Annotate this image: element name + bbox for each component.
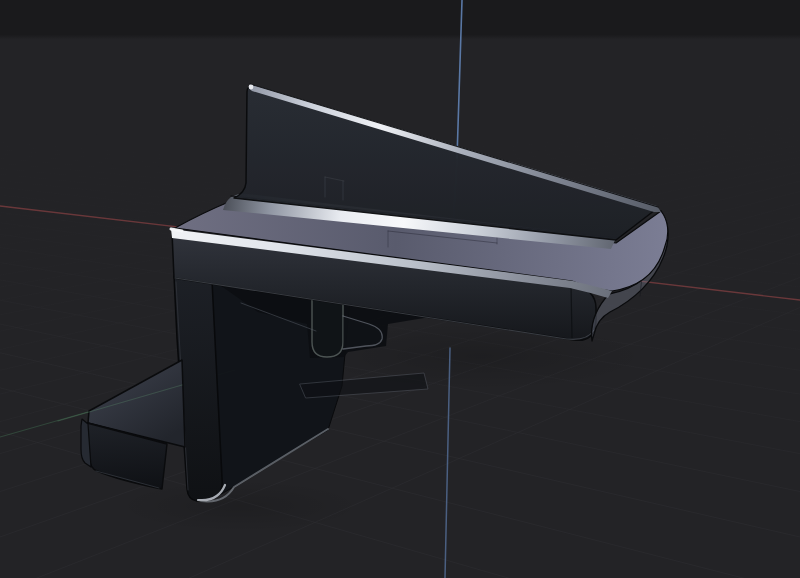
front-corner-glint xyxy=(171,229,182,231)
viewport-scene xyxy=(0,0,800,578)
viewport-canvas[interactable] xyxy=(0,0,800,578)
contact-shadow xyxy=(115,480,365,532)
apex-glint xyxy=(249,85,254,90)
